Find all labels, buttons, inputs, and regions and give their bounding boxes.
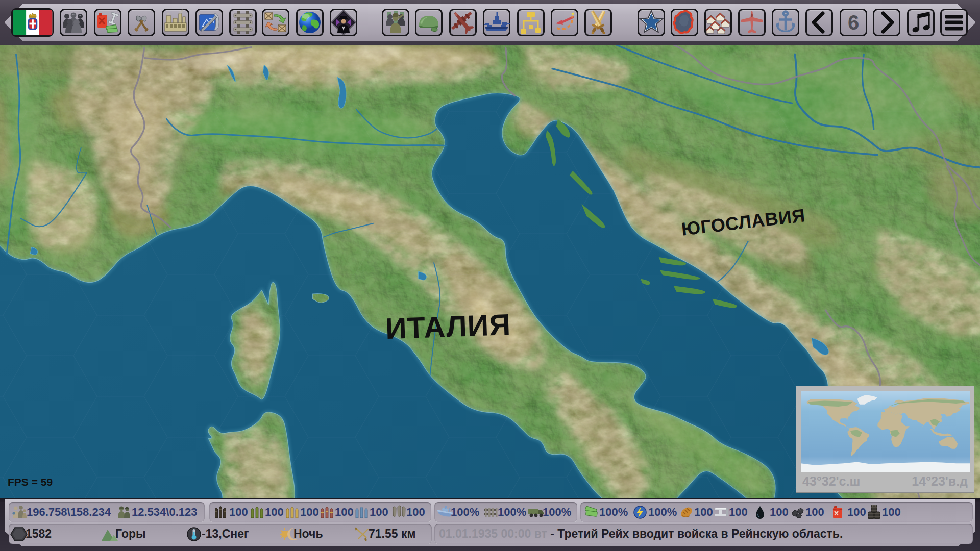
svg-text:6: 6 (848, 11, 859, 34)
svg-text:ИТАЛИЯ: ИТАЛИЯ (385, 308, 511, 345)
svg-text:FPS = 59: FPS = 59 (8, 476, 53, 488)
